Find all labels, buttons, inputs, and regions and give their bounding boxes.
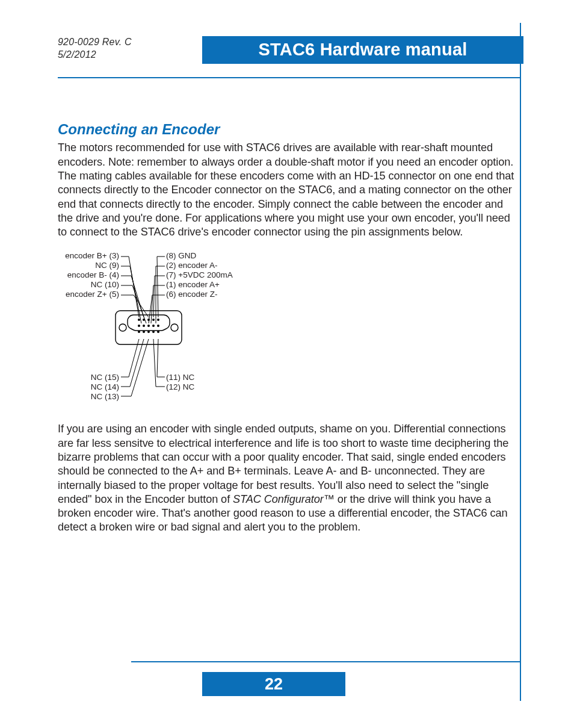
svg-point-7: [157, 319, 159, 321]
svg-point-1: [119, 324, 126, 331]
svg-point-14: [143, 331, 145, 333]
svg-point-12: [157, 325, 159, 327]
encoder-pinout-diagram: encoder B+ (3) NC (9) encoder B- (4) NC …: [58, 251, 286, 405]
svg-point-15: [147, 331, 150, 333]
svg-point-13: [138, 331, 140, 333]
svg-point-5: [147, 319, 150, 321]
svg-point-9: [143, 325, 145, 327]
svg-point-8: [138, 325, 140, 327]
page-number: 22: [265, 674, 283, 695]
svg-point-16: [152, 331, 155, 333]
connector-drawing: [58, 251, 286, 405]
svg-point-3: [138, 319, 140, 321]
doc-date: 5/2/2012: [58, 49, 521, 61]
paragraph-2: If you are using an encoder with single …: [58, 422, 521, 534]
svg-point-6: [152, 319, 155, 321]
svg-point-2: [171, 324, 178, 331]
svg-point-4: [143, 319, 145, 321]
svg-point-10: [147, 325, 150, 327]
software-name: STAC Configurator™: [233, 493, 335, 505]
svg-point-17: [157, 331, 159, 333]
page-number-band: 22: [202, 672, 345, 696]
paragraph-1: The motors recommended for use with STAC…: [58, 141, 521, 239]
doc-meta: 920-0029 Rev. C 5/2/2012: [58, 36, 521, 61]
svg-point-11: [152, 325, 155, 327]
doc-rev: 920-0029 Rev. C: [58, 36, 521, 49]
section-heading: Connecting an Encoder: [58, 120, 521, 139]
